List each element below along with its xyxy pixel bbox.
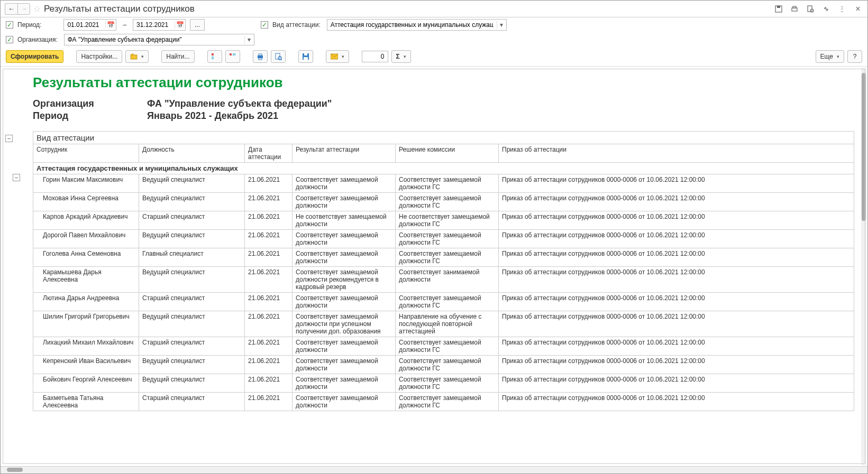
cell-date: 21.06.2021: [245, 337, 293, 356]
svg-rect-11: [233, 53, 234, 55]
calendar-to-icon[interactable]: 📅: [175, 21, 185, 29]
date-from-input[interactable]: 📅: [63, 19, 116, 31]
cell-date: 21.06.2021: [245, 230, 293, 248]
att-kind-checkbox[interactable]: [261, 21, 268, 29]
group-header-cell: Вид аттестации: [33, 132, 854, 144]
cell-decision: Соответствует замещаемой должности ГС: [396, 293, 499, 311]
att-kind-select[interactable]: ▾: [327, 19, 507, 31]
org-select[interactable]: ▾: [64, 34, 254, 45]
table-row[interactable]: Карамышева Дарья АлексеевнаВедущий специ…: [33, 267, 854, 293]
org-checkbox[interactable]: [6, 36, 13, 43]
send-email-button[interactable]: ▾: [326, 50, 349, 63]
att-kind-dropdown-icon[interactable]: ▾: [497, 21, 506, 29]
close-icon[interactable]: ×: [853, 4, 863, 14]
svg-rect-15: [259, 58, 262, 60]
table-row[interactable]: Горин Максим МаксимовичВедущий специалис…: [33, 174, 854, 193]
cell-order: Приказ об аттестации сотрудников 0000-00…: [499, 248, 854, 267]
filter-row-1: Период: 📅 – 📅 ... Вид аттестации: ▾: [1, 17, 867, 32]
horizontal-scrollbar[interactable]: [1, 466, 867, 473]
cell-position: Ведущий специалист: [139, 267, 245, 293]
group-toggle-level1[interactable]: −: [5, 135, 13, 142]
col-decision: Решение комиссии: [396, 144, 499, 163]
date-to-field[interactable]: [133, 20, 175, 30]
cell-employee: Карамышева Дарья Алексеевна: [33, 267, 139, 293]
link-icon[interactable]: [821, 4, 832, 14]
svg-rect-14: [259, 54, 262, 55]
date-dash: –: [123, 21, 126, 29]
cell-result: Соответствует замещаемой должности: [293, 374, 396, 393]
report-period-value: Январь 2021 - Декабрь 2021: [147, 110, 278, 122]
window-title: Результаты аттестации сотрудников: [44, 4, 773, 14]
date-from-field[interactable]: [64, 20, 105, 30]
table-row[interactable]: Лютина Дарья АндреевнаСтарший специалист…: [33, 293, 854, 311]
expand-groups-button[interactable]: [207, 50, 222, 63]
cell-date: 21.06.2021: [245, 374, 293, 393]
cell-position: Ведущий специалист: [139, 374, 245, 393]
table-row[interactable]: Дорогой Павел МихайловичВедущий специали…: [33, 230, 854, 248]
envelope-icon: [331, 53, 338, 60]
cell-order: Приказ об аттестации сотрудников 0000-00…: [499, 174, 854, 193]
table-row[interactable]: Шилин Григорий ГригорьевичВедущий специа…: [33, 311, 854, 337]
cell-employee: Карпов Аркадий Аркадиевич: [33, 211, 139, 230]
more-vertical-icon[interactable]: ⋮: [837, 4, 847, 14]
print-preview-button[interactable]: [271, 50, 286, 63]
variants-button[interactable]: ▾: [125, 50, 149, 63]
period-ellipsis-button[interactable]: ...: [190, 19, 205, 31]
cell-decision: Направление на обучение с последующей по…: [396, 311, 499, 337]
table-row[interactable]: Бойкович Георгий АлексеевичВедущий специ…: [33, 374, 854, 393]
nav-forward-button[interactable]: →: [17, 3, 30, 15]
date-to-input[interactable]: 📅: [133, 19, 186, 31]
group-toggle-level2[interactable]: −: [13, 174, 20, 181]
print-button[interactable]: [253, 50, 268, 63]
cell-result: Соответствует замещаемой должности: [293, 393, 396, 411]
svg-rect-7: [212, 53, 214, 55]
table-row[interactable]: Карпов Аркадий АркадиевичСтарший специал…: [33, 211, 854, 230]
save-file-icon[interactable]: [773, 4, 784, 14]
sum-input[interactable]: [362, 51, 388, 62]
table-row[interactable]: Бахметьева Татьяна АлексеевнаСтарший спе…: [33, 393, 854, 411]
cell-order: Приказ об аттестации сотрудников 0000-00…: [499, 356, 854, 374]
cell-date: 21.06.2021: [245, 311, 293, 337]
cell-decision: Соответствует занимаемой должности: [396, 267, 499, 293]
table-row[interactable]: Гоголева Анна СеменовнаГлавный специалис…: [33, 248, 854, 267]
calendar-from-icon[interactable]: 📅: [105, 21, 116, 29]
svg-rect-9: [212, 58, 214, 59]
cell-order: Приказ об аттестации сотрудников 0000-00…: [499, 337, 854, 356]
cell-order: Приказ об аттестации сотрудников 0000-00…: [499, 267, 854, 293]
table-row[interactable]: Лихацкий Михаил МихайловичСтарший специа…: [33, 337, 854, 356]
help-button[interactable]: ?: [847, 50, 862, 63]
generate-button[interactable]: Сформировать: [6, 50, 63, 63]
sigma-button[interactable]: Σ ▾: [391, 50, 411, 63]
collapse-groups-button[interactable]: [225, 50, 240, 63]
nav-back-button[interactable]: ←: [5, 3, 17, 15]
table-row[interactable]: Моховая Инна СергеевнаВедущий специалист…: [33, 193, 854, 211]
cell-result: Соответствует замещаемой должности: [293, 248, 396, 267]
col-position: Должность: [139, 144, 245, 163]
section-header-row: Аттестация государственных и муниципальн…: [33, 163, 854, 174]
org-field[interactable]: [65, 34, 244, 45]
cell-decision: Соответствует замещаемой должности ГС: [396, 230, 499, 248]
report-table: Вид аттестации Сотрудник Должность Дата …: [33, 131, 854, 411]
org-label: Организация:: [17, 36, 58, 43]
svg-rect-3: [793, 6, 796, 8]
cell-order: Приказ об аттестации сотрудников 0000-00…: [499, 230, 854, 248]
cell-employee: Бойкович Георгий Алексеевич: [33, 374, 139, 393]
settings-button[interactable]: Настройки...: [76, 50, 122, 63]
print-titlebar-icon[interactable]: [789, 4, 800, 14]
period-label: Период:: [17, 21, 41, 29]
cell-employee: Бахметьева Татьяна Алексеевна: [33, 393, 139, 411]
save-report-button[interactable]: [298, 50, 313, 63]
svg-rect-8: [212, 57, 214, 58]
table-row[interactable]: Кепренский Иван ВасильевичВедущий специа…: [33, 356, 854, 374]
more-toolbar-button[interactable]: Еще ▾: [816, 50, 844, 63]
preview-titlebar-icon[interactable]: [805, 4, 816, 14]
cell-employee: Лютина Дарья Андреевна: [33, 293, 139, 311]
group-header-row: Вид аттестации: [33, 132, 854, 144]
col-result: Результат аттестации: [293, 144, 396, 163]
org-dropdown-icon[interactable]: ▾: [244, 36, 254, 43]
report-container[interactable]: − − Результаты аттестации сотрудников Ор…: [1, 67, 867, 466]
find-button[interactable]: Найти...: [161, 50, 194, 63]
period-checkbox[interactable]: [6, 21, 13, 29]
favorite-star-icon[interactable]: ☆: [33, 4, 41, 14]
att-kind-field[interactable]: [327, 20, 497, 30]
